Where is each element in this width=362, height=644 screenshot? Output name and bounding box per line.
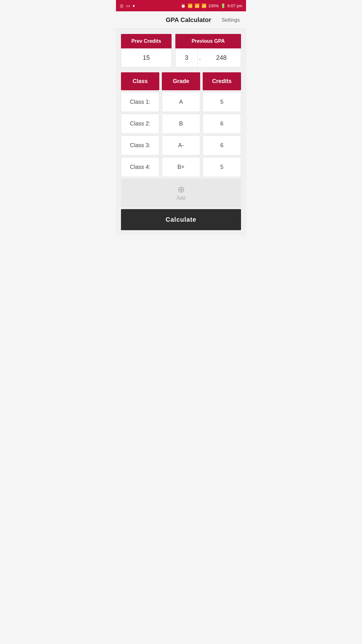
whatsapp-icon: ◎ — [120, 3, 123, 8]
table-header-row: Class Grade Credits — [121, 72, 241, 90]
media-icon: ▭ — [126, 3, 130, 8]
header-credits: Credits — [203, 72, 241, 90]
prev-credits-value[interactable]: 15 — [121, 48, 172, 67]
grade-cell-2[interactable]: B — [162, 114, 200, 134]
gpa-decimal[interactable]: 248 — [202, 48, 241, 67]
app-title: GPA Calculator — [155, 16, 222, 24]
credits-cell-2[interactable]: 6 — [203, 114, 241, 134]
class-cell-3[interactable]: Class 3: — [121, 136, 159, 155]
add-icon: ⊕ — [178, 185, 185, 194]
credits-cell-1[interactable]: 5 — [203, 92, 241, 112]
battery-percent: 100% — [208, 3, 219, 8]
wifi-icon: 📶 — [188, 3, 193, 8]
settings-button[interactable]: Settings — [222, 17, 240, 23]
credits-cell-3[interactable]: 6 — [203, 136, 241, 155]
clock: 6:07 pm — [228, 3, 242, 8]
alarm-icon: ⏰ — [181, 3, 186, 8]
class-table: Class Grade Credits Class 1:A5Class 2:B6… — [121, 72, 241, 230]
header-grade: Grade — [162, 72, 200, 90]
calculate-button[interactable]: Calculate — [121, 209, 241, 230]
grade-cell-1[interactable]: A — [162, 92, 200, 112]
signal1-icon: 📶 — [195, 3, 200, 8]
prev-gpa-header: Previous GPA — [175, 34, 241, 48]
gpa-value-row: 3 . 248 — [175, 48, 241, 67]
class-cell-1[interactable]: Class 1: — [121, 92, 159, 112]
app-header: GPA Calculator Settings — [116, 11, 246, 29]
status-left-icons: ◎ ▭ ♦ — [120, 3, 135, 8]
gpa-dot: . — [198, 54, 202, 61]
prev-row: Prev Credits 15 Previous GPA 3 . 248 — [121, 34, 241, 67]
class-cell-4[interactable]: Class 4: — [121, 157, 159, 177]
rows-container: Class 1:A5Class 2:B6Class 3:A-6Class 4:B… — [121, 92, 241, 177]
table-row: Class 1:A5 — [121, 92, 241, 112]
add-button[interactable]: ⊕ Add — [121, 179, 241, 207]
location-icon: ♦ — [133, 3, 135, 8]
class-cell-2[interactable]: Class 2: — [121, 114, 159, 134]
main-content: Prev Credits 15 Previous GPA 3 . 248 Cla… — [116, 29, 246, 235]
gpa-integer[interactable]: 3 — [176, 48, 198, 67]
status-right-icons: ⏰ 📶 📶 📶 100% 🔋 6:07 pm — [181, 3, 242, 8]
signal2-icon: 📶 — [201, 3, 206, 8]
table-row: Class 2:B6 — [121, 114, 241, 134]
prev-gpa-section: Previous GPA 3 . 248 — [175, 34, 241, 67]
prev-credits-header: Prev Credits — [121, 34, 172, 48]
header-class: Class — [121, 72, 159, 90]
prev-credits-section: Prev Credits 15 — [121, 34, 172, 67]
credits-cell-4[interactable]: 5 — [203, 157, 241, 177]
grade-cell-4[interactable]: B+ — [162, 157, 200, 177]
add-label: Add — [177, 195, 185, 201]
table-row: Class 3:A-6 — [121, 136, 241, 155]
status-bar: ◎ ▭ ♦ ⏰ 📶 📶 📶 100% 🔋 6:07 pm — [116, 0, 246, 11]
battery-icon: 🔋 — [221, 3, 226, 8]
grade-cell-3[interactable]: A- — [162, 136, 200, 155]
table-row: Class 4:B+5 — [121, 157, 241, 177]
